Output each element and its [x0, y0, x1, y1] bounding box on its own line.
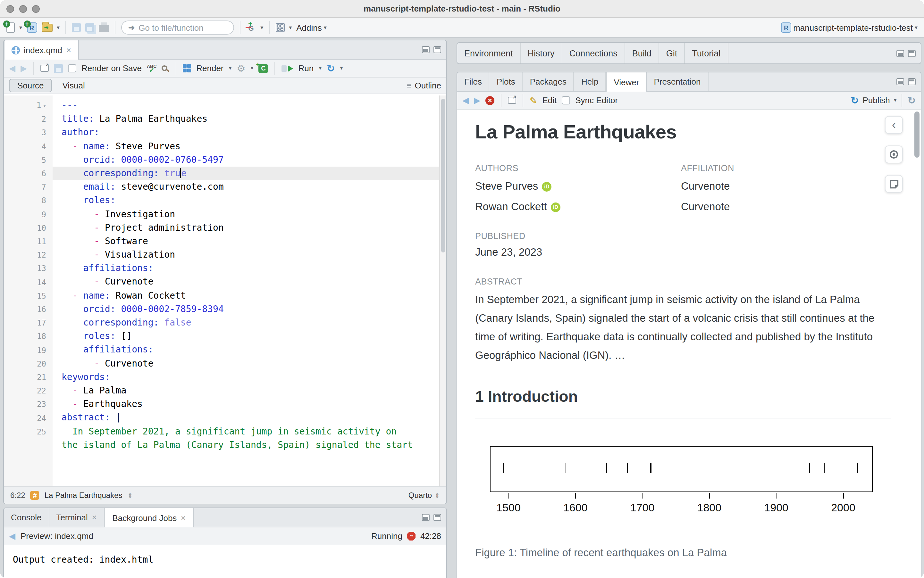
tab-plots[interactable]: Plots — [490, 72, 523, 91]
code-line[interactable]: - Project administration — [62, 221, 439, 234]
tab-presentation[interactable]: Presentation — [647, 72, 708, 91]
tab-index-qmd[interactable]: index.qmd ✕ — [4, 41, 79, 60]
render-on-save-checkbox[interactable] — [68, 64, 76, 72]
tab-files[interactable]: Files — [457, 72, 490, 91]
tab-connections[interactable]: Connections — [562, 43, 625, 63]
source-mode-button[interactable]: Source — [9, 79, 52, 92]
save-all-button[interactable] — [85, 23, 94, 32]
minimize-pane-icon[interactable] — [422, 514, 429, 521]
tab-packages[interactable]: Packages — [523, 72, 574, 91]
code-line[interactable]: corresponding: true — [62, 167, 439, 180]
tab-help[interactable]: Help — [574, 72, 606, 91]
tab-console[interactable]: Console — [4, 508, 49, 527]
tab-git[interactable]: Git — [659, 43, 685, 63]
code-line[interactable]: roles: [] — [62, 330, 439, 343]
tab-terminal[interactable]: Terminal✕ — [49, 508, 104, 527]
options-dropdown-icon[interactable]: ▾ — [251, 65, 254, 71]
open-in-new-window-icon[interactable] — [41, 65, 49, 72]
run-button[interactable]: Run — [298, 63, 314, 73]
code-line[interactable]: - name: Steve Purves — [62, 140, 439, 153]
publish-button[interactable]: Publish — [863, 96, 890, 105]
close-tab-icon[interactable]: ✕ — [181, 514, 186, 521]
panes-dropdown-icon[interactable]: ▾ — [289, 25, 292, 31]
render-button[interactable]: Render — [196, 63, 223, 73]
save-button[interactable] — [72, 23, 81, 32]
code-line[interactable]: author: — [62, 126, 439, 140]
tab-tutorial[interactable]: Tutorial — [685, 43, 728, 63]
maximize-pane-icon[interactable] — [908, 50, 916, 57]
editor-scrollbar[interactable] — [439, 96, 446, 486]
code-line[interactable]: abstract: | — [62, 411, 439, 425]
goto-file-input[interactable]: ➜ Go to file/function — [121, 21, 234, 35]
collapse-panel-button[interactable]: ‹ — [885, 116, 903, 134]
tab-build[interactable]: Build — [625, 43, 659, 63]
code-line[interactable]: corresponding: false — [62, 316, 439, 330]
code-line[interactable]: In September 2021, a significant jump in… — [62, 425, 439, 438]
code-line[interactable]: title: La Palma Earthquakes — [62, 112, 439, 126]
refresh-viewer-icon[interactable]: ↻ — [908, 94, 916, 106]
save-document-icon[interactable] — [54, 64, 63, 73]
code-line[interactable]: - Software — [62, 235, 439, 248]
version-control-button[interactable]: G — [246, 23, 256, 32]
tab-viewer[interactable]: Viewer — [606, 72, 647, 92]
tab-history[interactable]: History — [521, 43, 562, 63]
code-line[interactable]: roles: — [62, 194, 439, 207]
render-dropdown-icon[interactable]: ▾ — [229, 65, 232, 71]
code-line[interactable]: - name: Rowan Cockett — [62, 289, 439, 302]
outline-button[interactable]: ≡ Outline — [407, 81, 441, 90]
visibility-button[interactable] — [885, 146, 903, 163]
spellcheck-icon[interactable]: ABC✓ — [147, 64, 156, 72]
file-mode[interactable]: Quarto — [408, 491, 432, 500]
code-line[interactable]: email: steve@curvenote.com — [62, 180, 439, 193]
viewer-forward-icon[interactable]: ▶ — [474, 96, 480, 105]
viewer-back-icon[interactable]: ◀ — [462, 96, 469, 105]
new-project-button[interactable]: R+ — [27, 23, 37, 32]
code-line[interactable]: affiliations: — [62, 262, 439, 275]
maximize-pane-icon[interactable] — [433, 514, 441, 521]
forward-icon[interactable]: ▶ — [21, 63, 27, 73]
open-file-button[interactable] — [41, 23, 52, 32]
code-line[interactable]: orcid: 0000-0002-0760-5497 — [62, 153, 439, 167]
print-button[interactable] — [99, 23, 109, 32]
close-tab-icon[interactable]: ✕ — [92, 514, 97, 521]
source-refresh-icon[interactable]: ↻ — [327, 63, 335, 73]
clear-viewer-icon[interactable]: ✕ — [485, 96, 495, 105]
workspace-panes-button[interactable] — [275, 23, 285, 32]
section-navigator[interactable]: La Palma Earthquakes — [45, 491, 122, 500]
code-line[interactable]: affiliations: — [62, 343, 439, 357]
insert-chunk-icon[interactable]: C — [259, 64, 268, 73]
jobs-back-icon[interactable]: ◀ — [9, 531, 15, 541]
code-line[interactable]: keywords: — [62, 370, 439, 384]
minimize-pane-icon[interactable] — [896, 50, 904, 57]
edit-button[interactable]: Edit — [542, 96, 556, 105]
orcid-icon[interactable]: iD — [542, 182, 551, 192]
orcid-icon[interactable]: iD — [551, 203, 560, 212]
annotation-button[interactable] — [885, 175, 903, 193]
minimize-pane-icon[interactable] — [422, 46, 429, 53]
project-menu-button[interactable]: R manuscript-template-rstudio-test ▾ — [781, 23, 917, 32]
refresh-dropdown-icon[interactable]: ▾ — [340, 65, 343, 71]
code-line[interactable]: the island of La Palma (Canary Islands, … — [62, 438, 439, 451]
code-line[interactable]: orcid: 0000-0002-7859-8394 — [62, 302, 439, 316]
new-file-button[interactable]: + — [7, 23, 15, 32]
code-editor[interactable]: 1▾23456789101112131415161718192021222324… — [4, 96, 446, 486]
code-line[interactable]: - Investigation — [62, 207, 439, 221]
close-tab-icon[interactable]: ✕ — [66, 47, 72, 54]
new-file-dropdown-icon[interactable]: ▾ — [19, 25, 22, 31]
code-line[interactable]: - Visualization — [62, 248, 439, 261]
run-dropdown-icon[interactable]: ▾ — [319, 65, 322, 71]
section-spinner-icon[interactable]: ⇕ — [128, 492, 133, 499]
gear-icon[interactable]: ⚙ — [237, 63, 246, 73]
publish-dropdown-icon[interactable]: ▾ — [894, 97, 897, 103]
viewer-scrollbar[interactable] — [914, 110, 919, 578]
tab-background-jobs[interactable]: Background Jobs✕ — [104, 508, 194, 528]
code-line[interactable]: - Earthquakes — [62, 397, 439, 411]
console-output[interactable]: Output created: index.html Watching file… — [4, 546, 446, 578]
fold-arrow-icon[interactable]: ▾ — [43, 103, 46, 109]
code-line[interactable]: --- — [62, 99, 439, 112]
viewer-popout-icon[interactable] — [508, 97, 516, 104]
open-recent-dropdown-icon[interactable]: ▾ — [57, 25, 60, 31]
search-icon[interactable] — [162, 65, 168, 71]
minimize-pane-icon[interactable] — [896, 78, 904, 85]
addins-button[interactable]: Addins ▾ — [296, 23, 327, 32]
